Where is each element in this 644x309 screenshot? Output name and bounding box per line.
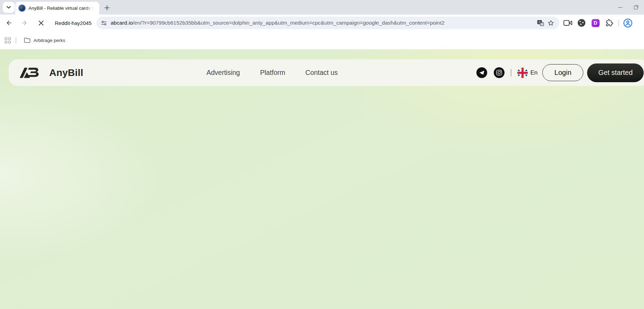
restore-icon <box>634 5 638 9</box>
telegram-link[interactable] <box>476 67 487 78</box>
page-viewport: AnyBill Advertising Platform Contact us <box>0 49 644 309</box>
tab-search-button[interactable] <box>3 2 15 13</box>
extensions-area: D <box>562 17 634 29</box>
tab-title: AnyBill - Reliable virtual cards for yo <box>28 6 95 11</box>
toolbar-separator <box>618 20 619 26</box>
window-controls <box>612 0 644 15</box>
apps-grid-icon[interactable] <box>5 37 11 43</box>
back-arrow-icon <box>6 19 12 26</box>
new-tab-button[interactable] <box>102 3 111 12</box>
language-selector[interactable]: En <box>531 69 538 76</box>
chevron-down-icon <box>7 6 11 9</box>
avatar-circle-icon <box>623 18 633 28</box>
video-camera-icon <box>564 20 572 26</box>
translate-button[interactable]: G 文 <box>535 18 545 28</box>
translate-icon: G 文 <box>537 19 544 27</box>
bookmarks-separator <box>16 37 16 43</box>
browser-window: AnyBill - Reliable virtual cards for yo … <box>0 0 644 309</box>
header-right-cluster: En Login Get started <box>476 59 644 86</box>
site-settings-tune-icon <box>101 20 107 26</box>
cookie-icon <box>578 19 585 27</box>
nav-item-contact-us[interactable]: Contact us <box>305 69 338 77</box>
url-query: /en/?r=90799cb6152b35bb&utm_source=dolph… <box>133 20 444 26</box>
instagram-icon <box>496 70 502 76</box>
login-button[interactable]: Login <box>542 64 583 81</box>
back-button[interactable] <box>3 17 15 29</box>
tab-title-wrap: AnyBill - Reliable virtual cards for yo <box>28 5 95 11</box>
plus-icon <box>104 5 110 10</box>
bookmark-star-icon <box>547 19 554 27</box>
minimize-button[interactable] <box>612 0 628 15</box>
folder-icon <box>24 37 31 43</box>
stop-loading-button[interactable] <box>35 17 47 29</box>
bookmarks-bar: Arbitrage perks <box>0 31 644 50</box>
profile-avatar-button[interactable] <box>622 17 634 28</box>
site-nav: Advertising Platform Contact us <box>206 59 338 86</box>
stop-loading-icon <box>39 20 44 26</box>
bookmark-folder-label: Arbitrage perks <box>34 38 66 43</box>
puzzle-extensions-icon <box>605 19 613 27</box>
nav-item-advertising[interactable]: Advertising <box>206 69 240 77</box>
anybill-logo[interactable]: AnyBill <box>19 59 83 86</box>
dolphin-d-icon: D <box>592 19 600 27</box>
bookmark-folder-arbitrage-perks[interactable]: Arbitrage perks <box>21 36 68 44</box>
url-text[interactable]: abcard.io/en/?r=90799cb6152b35bb&utm_sou… <box>111 20 535 26</box>
forward-arrow-icon <box>21 19 28 26</box>
url-domain: abcard.io <box>111 20 133 26</box>
anybill-logo-mark-icon <box>19 67 45 79</box>
dolphin-anty-extension-button[interactable]: D <box>590 17 601 28</box>
forward-button[interactable] <box>18 17 31 29</box>
telegram-icon <box>479 70 485 75</box>
cookie-extension-button[interactable] <box>576 17 587 28</box>
site-header-bar: AnyBill Advertising Platform Contact us <box>9 59 644 86</box>
anybill-favicon-icon <box>18 5 26 12</box>
restore-button[interactable] <box>628 0 644 15</box>
address-bar[interactable]: abcard.io/en/?r=90799cb6152b35bb&utm_sou… <box>96 17 559 29</box>
svg-text:文: 文 <box>541 23 543 26</box>
extensions-menu-button[interactable] <box>604 17 615 28</box>
browser-profile-label: Reddit-hay2045 <box>55 20 92 26</box>
nav-item-platform[interactable]: Platform <box>260 69 285 77</box>
active-tab[interactable]: AnyBill - Reliable virtual cards for yo <box>15 2 99 15</box>
tab-strip: AnyBill - Reliable virtual cards for yo <box>0 0 644 15</box>
minimize-icon <box>618 7 622 8</box>
screen-recorder-extension-button[interactable] <box>562 17 573 28</box>
instagram-link[interactable] <box>494 67 505 78</box>
header-separator <box>511 69 511 76</box>
brand-name: AnyBill <box>49 67 83 78</box>
bookmark-star-button[interactable] <box>545 18 556 28</box>
browser-toolbar: Reddit-hay2045 abcard.io/en/?r=90799cb61… <box>0 15 644 31</box>
uk-flag-icon[interactable] <box>517 68 528 78</box>
get-started-button[interactable]: Get started <box>587 63 644 82</box>
